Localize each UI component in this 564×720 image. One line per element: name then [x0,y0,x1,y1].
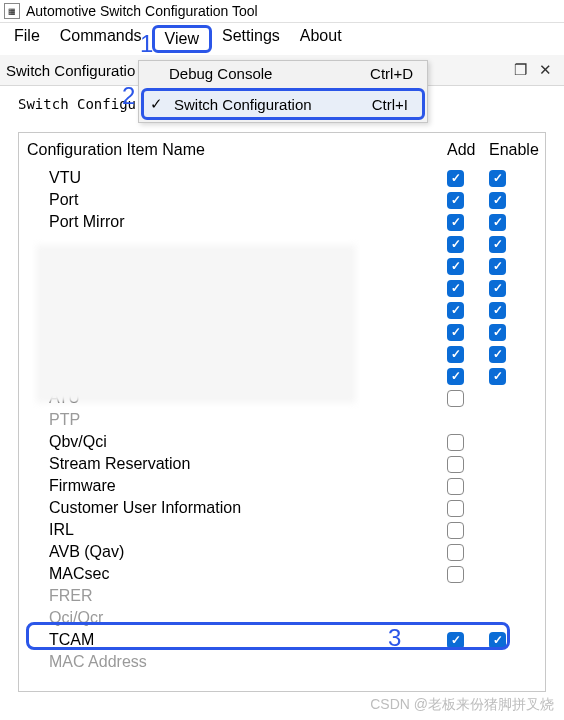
add-checkbox[interactable] [447,632,464,649]
col-add: Add [447,141,489,159]
tab-switch-config[interactable]: Switch Configuratio [6,62,135,79]
watermark: CSDN @老板来份猪脚拼叉烧 [370,696,554,714]
close-icon[interactable]: ✕ [533,59,558,81]
config-item-name: Port [49,191,447,209]
config-row: MACsec [23,563,541,585]
add-checkbox[interactable] [447,544,464,561]
config-row: Port [23,189,541,211]
add-checkbox[interactable] [447,456,464,473]
config-row: Stream Reservation [23,453,541,475]
add-checkbox[interactable] [447,280,464,297]
dock-icon[interactable]: ❐ [508,59,533,81]
menu-settings[interactable]: Settings [212,25,290,53]
menu-item-shortcut: Ctrl+D [370,65,419,82]
config-item-name: FRER [49,587,447,605]
enable-checkbox[interactable] [489,368,506,385]
add-checkbox[interactable] [447,434,464,451]
config-item-name: Stream Reservation [49,455,447,473]
enable-checkbox[interactable] [489,324,506,341]
add-checkbox[interactable] [447,368,464,385]
config-panel: Configuration Item Name Add Enable VTUPo… [18,132,546,692]
add-checkbox[interactable] [447,214,464,231]
enable-checkbox[interactable] [489,632,506,649]
menu-commands[interactable]: Commands [50,25,152,53]
config-row: VTU [23,167,541,189]
columns-header: Configuration Item Name Add Enable [23,137,541,167]
config-item-name: Qbv/Qci [49,433,447,451]
redacted-block [36,245,356,403]
config-item-name: VTU [49,169,447,187]
menu-file[interactable]: File [4,25,50,53]
col-name: Configuration Item Name [27,141,447,159]
callout-2: 2 [122,82,135,110]
config-row: FRER [23,585,541,607]
menu-view[interactable]: View [152,25,212,53]
config-item-name: PTP [49,411,447,429]
config-row: PTP [23,409,541,431]
add-checkbox[interactable] [447,258,464,275]
config-item-name: Firmware [49,477,447,495]
config-row: MAC Address [23,651,541,673]
menu-item-switch-configuration[interactable]: ✓ Switch Configuration Ctrl+I [141,88,425,120]
config-row: IRL [23,519,541,541]
add-checkbox[interactable] [447,478,464,495]
add-checkbox[interactable] [447,302,464,319]
config-row: Port Mirror [23,211,541,233]
titlebar: ▦ Automotive Switch Configuration Tool [0,0,564,23]
menu-item-label: Switch Configuration [170,96,372,113]
config-row: TCAM [23,629,541,651]
config-row: AVB (Qav) [23,541,541,563]
config-row: Qci/Qcr [23,607,541,629]
config-row: Customer User Information [23,497,541,519]
callout-1: 1 [140,30,153,58]
add-checkbox[interactable] [447,500,464,517]
config-item-name: Customer User Information [49,499,447,517]
config-row: Firmware [23,475,541,497]
add-checkbox[interactable] [447,192,464,209]
add-checkbox[interactable] [447,346,464,363]
menu-about[interactable]: About [290,25,352,53]
add-checkbox[interactable] [447,390,464,407]
window-title: Automotive Switch Configuration Tool [26,3,258,19]
enable-checkbox[interactable] [489,192,506,209]
enable-checkbox[interactable] [489,280,506,297]
enable-checkbox[interactable] [489,236,506,253]
config-item-name: IRL [49,521,447,539]
enable-checkbox[interactable] [489,214,506,231]
enable-checkbox[interactable] [489,258,506,275]
config-item-name: MACsec [49,565,447,583]
menu-item-label: Debug Console [165,65,370,82]
menubar: File Commands View Settings About [0,23,564,55]
add-checkbox[interactable] [447,236,464,253]
check-icon: ✓ [150,95,170,113]
config-item-name: MAC Address [49,653,447,671]
enable-checkbox[interactable] [489,170,506,187]
config-item-name: AVB (Qav) [49,543,447,561]
enable-checkbox[interactable] [489,346,506,363]
add-checkbox[interactable] [447,170,464,187]
enable-checkbox[interactable] [489,302,506,319]
menu-item-debug-console[interactable]: Debug Console Ctrl+D [139,61,427,86]
add-checkbox[interactable] [447,522,464,539]
config-item-name: Port Mirror [49,213,447,231]
add-checkbox[interactable] [447,324,464,341]
col-enable: Enable [489,141,537,159]
add-checkbox[interactable] [447,566,464,583]
app-icon: ▦ [4,3,20,19]
callout-3: 3 [388,624,401,652]
view-dropdown: Debug Console Ctrl+D ✓ Switch Configurat… [138,60,428,123]
menu-item-shortcut: Ctrl+I [372,96,414,113]
config-row: Qbv/Qci [23,431,541,453]
